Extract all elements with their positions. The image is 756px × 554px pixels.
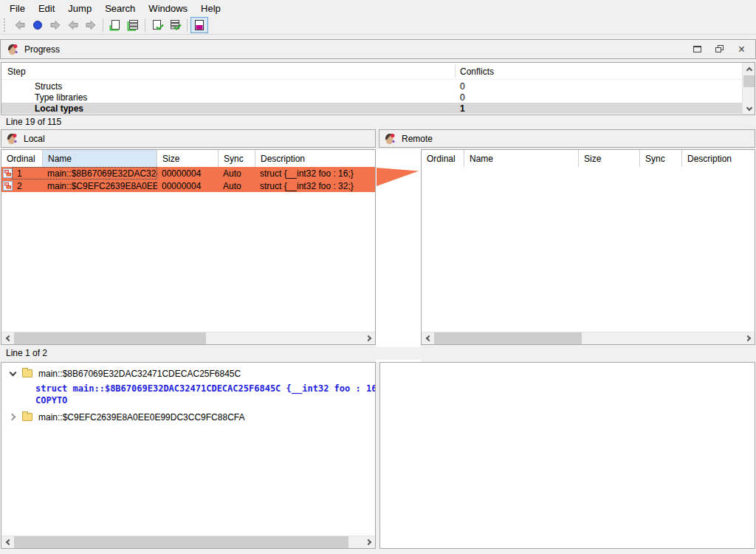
scroll-up-button[interactable] (743, 63, 755, 75)
database-icon (127, 19, 139, 31)
column-header-sync[interactable]: Sync (219, 150, 255, 167)
column-header-name[interactable]: Name (464, 150, 579, 167)
restore-icon (715, 44, 724, 54)
steps-table-header: Step Conflicts (1, 65, 742, 79)
column-header-description[interactable]: Description (255, 150, 375, 167)
steps-vertical-scrollbar[interactable] (742, 63, 755, 114)
previous-conflict-icon[interactable] (64, 17, 82, 33)
column-header-ordinal[interactable]: Ordinal (1, 150, 43, 167)
conflict-count: 0 (460, 92, 465, 103)
detail-horizontal-scrollbar[interactable] (1, 536, 375, 548)
column-header-size[interactable]: Size (157, 150, 219, 167)
remote-panel-header: Remote (379, 129, 755, 148)
column-header-step[interactable]: Step (7, 66, 26, 77)
merge-view-icon[interactable] (190, 17, 208, 33)
jump-back-icon[interactable] (11, 17, 29, 33)
collapse-toggle[interactable] (7, 370, 18, 377)
arrow-right-icon (85, 19, 97, 31)
scroll-right-button[interactable] (362, 536, 375, 548)
conflict-detail-tree: main::$8B67069E32DAC32471CDECAC25F6845C … (1, 362, 376, 549)
toolbar (0, 16, 756, 35)
tree-item[interactable]: main::$C9EFC2639E8A0EE0E99DC3CC9FC88CFA (1, 411, 375, 423)
remote-types-table: Ordinal Name Size Sync Description (421, 149, 755, 345)
ida-window-icon (7, 44, 18, 55)
local-table-header: Ordinal Name Size Sync Description (1, 150, 375, 167)
toolbar-separator (145, 18, 145, 32)
merge-gutter (376, 149, 421, 362)
scrollbar-thumb[interactable] (434, 332, 582, 344)
tree-item[interactable]: main::$8B67069E32DAC32471CDECAC25F6845C (1, 367, 375, 380)
scrollbar-track[interactable] (434, 332, 742, 344)
conflict-count: 1 (460, 103, 465, 114)
database-check-icon (169, 19, 182, 31)
next-conflict-icon[interactable] (82, 17, 100, 33)
type-description: struct {__int32 foo : 16;} (255, 167, 375, 179)
jump-forward-icon[interactable] (47, 17, 64, 33)
maximize-icon (693, 44, 702, 54)
expand-toggle[interactable] (7, 414, 18, 420)
conflict-count: 0 (460, 81, 465, 92)
scrollbar-thumb[interactable] (14, 332, 206, 344)
merge-direction-arrow (377, 168, 419, 186)
column-header-name[interactable]: Name (43, 150, 157, 167)
database-check-icon[interactable] (166, 17, 184, 33)
scrollbar-track[interactable] (14, 536, 362, 548)
local-horizontal-scrollbar[interactable] (1, 332, 375, 344)
scroll-left-button[interactable] (1, 536, 14, 548)
scroll-right-button[interactable] (742, 332, 755, 344)
menu-file[interactable]: File (3, 1, 32, 16)
progress-steps-table: Step Conflicts Structs 0 Type libraries … (1, 62, 755, 115)
menu-windows[interactable]: Windows (142, 1, 194, 16)
column-header-sync[interactable]: Sync (640, 150, 682, 167)
scroll-right-button[interactable] (362, 332, 375, 344)
arrow-left-icon (14, 19, 26, 31)
document-icon[interactable] (106, 17, 124, 33)
chevron-right-icon (365, 539, 371, 545)
type-size: 00000004 (157, 179, 219, 192)
scrollbar-thumb[interactable] (743, 75, 755, 87)
toolbar-separator (103, 18, 103, 32)
close-button[interactable]: × (737, 44, 746, 54)
local-type-row[interactable]: 2 main::$C9EFC2639E8A0EE0... 00000004 Au… (1, 179, 375, 192)
step-row-local-types[interactable]: Local types 1 (1, 103, 742, 114)
menu-help[interactable]: Help (194, 1, 227, 16)
remote-horizontal-scrollbar[interactable] (422, 332, 755, 344)
scroll-down-button[interactable] (743, 103, 755, 114)
tree-item-label: main::$C9EFC2639E8A0EE0E99DC3CC9FC88CFA (38, 412, 244, 423)
column-header-size[interactable]: Size (579, 150, 640, 167)
column-header-ordinal[interactable]: Ordinal (422, 150, 464, 167)
menu-search[interactable]: Search (98, 1, 142, 16)
progress-titlebar[interactable]: Progress × (0, 39, 756, 59)
header-divider (1, 79, 742, 80)
folder-icon (22, 413, 32, 421)
step-label: Local types (35, 103, 83, 114)
scrollbar-thumb[interactable] (14, 536, 348, 548)
folder-icon (22, 369, 32, 377)
navigation-marker-icon[interactable] (29, 17, 47, 33)
local-type-row[interactable]: 1 main::$8B67069E32DAC324... 00000004 Au… (1, 167, 375, 179)
scroll-left-button[interactable] (1, 332, 14, 344)
toolbar-grip[interactable] (4, 18, 7, 32)
restore-button[interactable] (715, 44, 724, 54)
step-row-type-libraries[interactable]: Type libraries 0 (1, 92, 742, 103)
type-name: main::$8B67069E32DAC324... (43, 167, 157, 179)
arrow-left-icon (67, 19, 79, 31)
type-declaration-line[interactable]: struct main::$8B67069E32DAC32471CDECAC25… (35, 383, 375, 395)
column-header-description[interactable]: Description (682, 150, 755, 167)
arrow-right-icon (49, 19, 61, 31)
scrollbar-track[interactable] (14, 332, 362, 344)
type-sync: Auto (219, 167, 255, 179)
blue-circle-icon (32, 19, 44, 31)
step-row-structs[interactable]: Structs 0 (1, 81, 742, 92)
menu-edit[interactable]: Edit (32, 1, 61, 16)
document-icon (109, 19, 121, 31)
document-check-icon[interactable] (148, 17, 166, 33)
column-header-conflicts[interactable]: Conflicts (460, 66, 494, 77)
chevron-left-icon (5, 335, 11, 341)
merge-action-line[interactable]: COPYTO (35, 395, 375, 407)
database-icon[interactable] (124, 17, 142, 33)
remote-table-header: Ordinal Name Size Sync Description (422, 150, 755, 167)
scroll-left-button[interactable] (422, 332, 434, 344)
menu-jump[interactable]: Jump (61, 1, 98, 16)
maximize-button[interactable] (693, 44, 702, 54)
